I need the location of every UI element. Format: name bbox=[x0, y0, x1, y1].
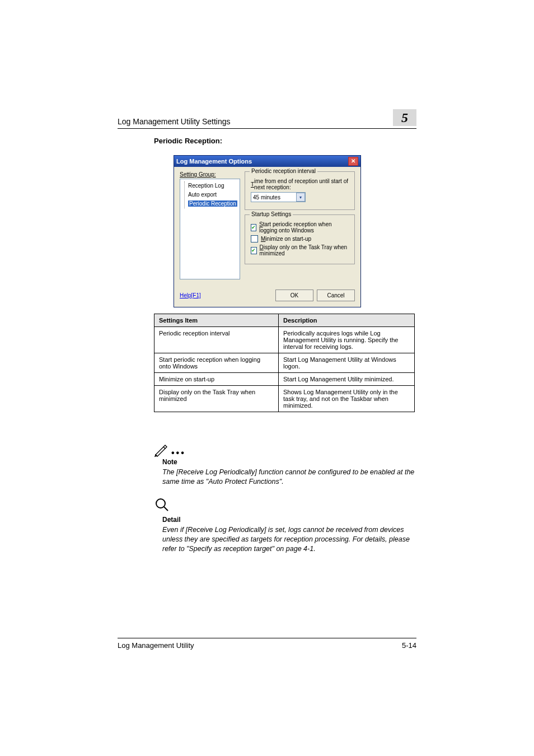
tree-item-reception-log[interactable]: Reception Log bbox=[188, 181, 237, 190]
detail-label: Detail bbox=[162, 516, 181, 524]
ok-button[interactable]: OK bbox=[275, 290, 313, 301]
help-link[interactable]: Help[F1] bbox=[180, 292, 201, 298]
table-row: Start periodic reception when logging on… bbox=[154, 353, 415, 373]
table-header-row: Settings Item Description bbox=[154, 314, 415, 327]
checkbox-unchecked-icon[interactable] bbox=[251, 235, 258, 242]
cancel-button[interactable]: Cancel bbox=[317, 290, 355, 301]
time-interval-label: Time from end of reception until start o… bbox=[251, 178, 349, 190]
chapter-number-box: 5 bbox=[393, 109, 416, 126]
table-row: Periodic reception interval Periodically… bbox=[154, 327, 415, 353]
col-header-desc: Description bbox=[279, 314, 415, 327]
pencil-icon bbox=[154, 442, 168, 457]
fieldset-legend: Periodic reception interval bbox=[250, 168, 317, 174]
running-title: Log Management Utility Settings bbox=[118, 117, 393, 126]
start-on-logon-checkbox-row[interactable]: ✔ Start periodic reception when logging … bbox=[251, 221, 349, 234]
checkbox-checked-icon[interactable]: ✔ bbox=[251, 224, 256, 231]
footer-left: Log Management Utility bbox=[118, 641, 194, 650]
tree-item-periodic-reception[interactable]: Periodic Reception bbox=[188, 200, 237, 207]
tree-item-auto-export[interactable]: Auto export bbox=[188, 190, 237, 199]
periodic-reception-interval-group: Periodic reception interval Time from en… bbox=[245, 171, 355, 210]
checkbox-checked-icon[interactable]: ✔ bbox=[251, 247, 257, 254]
task-tray-only-checkbox-row[interactable]: ✔ Display only on the Task Tray when min… bbox=[251, 244, 349, 256]
settings-table: Settings Item Description Periodic recep… bbox=[154, 314, 415, 412]
fieldset-legend: Startup Settings bbox=[250, 211, 293, 217]
note-body: The [Receive Log Periodically] function … bbox=[162, 468, 415, 487]
running-header: Log Management Utility Settings 5 bbox=[118, 109, 416, 129]
close-icon[interactable]: ✕ bbox=[348, 157, 358, 166]
chevron-down-icon[interactable]: ▾ bbox=[296, 193, 305, 202]
table-row: Minimize on start-up Start Log Managemen… bbox=[154, 373, 415, 386]
startup-settings-group: Startup Settings ✔ Start periodic recept… bbox=[245, 214, 355, 264]
time-interval-dropdown[interactable]: 45 minutes ▾ bbox=[251, 192, 306, 202]
log-management-options-dialog: Log Management Options ✕ Setting Group: … bbox=[174, 155, 361, 307]
footer-page-number: 5-14 bbox=[402, 641, 416, 650]
svg-point-0 bbox=[156, 499, 165, 508]
detail-body: Even if [Receive Log Periodically] is se… bbox=[162, 525, 415, 554]
dropdown-value: 45 minutes bbox=[253, 194, 280, 200]
setting-group-tree[interactable]: Reception Log Auto export Periodic Recep… bbox=[180, 179, 240, 279]
note-label: Note bbox=[162, 458, 177, 466]
dialog-titlebar: Log Management Options ✕ bbox=[174, 156, 360, 167]
page-footer: Log Management Utility 5-14 bbox=[118, 638, 416, 650]
magnifier-icon bbox=[154, 497, 170, 513]
section-heading: Periodic Reception: bbox=[154, 137, 222, 145]
chapter-number: 5 bbox=[401, 110, 408, 125]
ellipsis-icon: ••• bbox=[171, 448, 186, 458]
setting-group-label: Setting Group: bbox=[180, 171, 216, 178]
col-header-item: Settings Item bbox=[154, 314, 279, 327]
minimize-on-startup-checkbox-row[interactable]: Minimize on start-up bbox=[251, 235, 349, 242]
dialog-title: Log Management Options bbox=[176, 158, 252, 165]
table-row: Display only on the Task Tray when minim… bbox=[154, 386, 415, 412]
